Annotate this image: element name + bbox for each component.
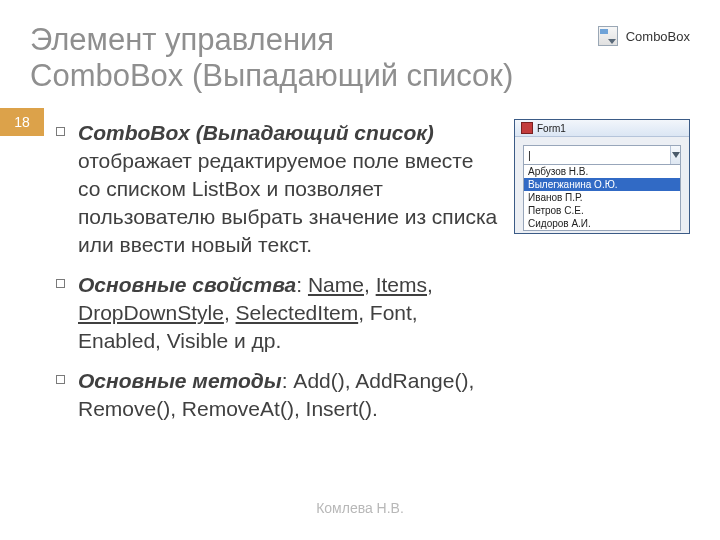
- prop-name: Name: [308, 273, 364, 296]
- bullet-1-lead: ComboBox (Выпадающий список): [78, 121, 434, 144]
- form-titlebar: Form1: [515, 120, 689, 137]
- form-client-area: Арбузов Н.В.Вылегжанина О.Ю.Иванов П.Р.П…: [515, 137, 689, 233]
- title-paren: (Выпадающий список): [192, 58, 513, 93]
- title-row: Элемент управления ComboBox (Выпадающий …: [30, 22, 690, 93]
- form-window: Form1 Арбузов Н.В.Вылегжанина О.Ю.Иванов…: [514, 119, 690, 234]
- page-number: 18: [14, 114, 30, 130]
- combobox-option[interactable]: Арбузов Н.В.: [524, 165, 680, 178]
- combobox-option[interactable]: Сидоров А.И.: [524, 217, 680, 230]
- chevron-down-icon: [672, 152, 680, 158]
- combobox-option[interactable]: Петров С.Е.: [524, 204, 680, 217]
- combobox-dropdown-button[interactable]: [670, 146, 680, 164]
- prop-dropdownstyle: DropDownStyle: [78, 301, 224, 324]
- prop-selecteditem: SelectedItem: [236, 301, 359, 324]
- form-title-text: Form1: [537, 123, 566, 134]
- bullet-2: Основные свойства: Name, Items, DropDown…: [56, 271, 498, 355]
- title-line1: Элемент управления: [30, 22, 334, 57]
- bullet-1-rest: отображает редактируемое поле вместе со …: [78, 149, 497, 256]
- bullet-2-lead: Основные свойства: [78, 273, 296, 296]
- combobox-toolbox-label: ComboBox: [626, 29, 690, 44]
- footer-author: Комлева Н.В.: [316, 500, 404, 516]
- form-app-icon: [521, 122, 533, 134]
- body-row: ComboBox (Выпадающий список) отображает …: [30, 119, 690, 434]
- combobox-control[interactable]: [523, 145, 681, 165]
- bullet-3-lead: Основные методы: [78, 369, 282, 392]
- combobox-input[interactable]: [524, 146, 670, 164]
- example-screenshot: Form1 Арбузов Н.В.Вылегжанина О.Ю.Иванов…: [514, 119, 690, 234]
- prop-items: Items: [376, 273, 427, 296]
- combobox-option[interactable]: Иванов П.Р.: [524, 191, 680, 204]
- combobox-option[interactable]: Вылегжанина О.Ю.: [524, 178, 680, 191]
- combobox-list[interactable]: Арбузов Н.В.Вылегжанина О.Ю.Иванов П.Р.П…: [523, 164, 681, 231]
- toolbox-entry: ComboBox: [598, 26, 690, 46]
- combobox-toolbox-icon: [598, 26, 618, 46]
- slide: Элемент управления ComboBox (Выпадающий …: [0, 0, 720, 540]
- slide-footer: Комлева Н.В.: [0, 500, 720, 516]
- bullet-3: Основные методы: Add(), AddRange(), Remo…: [56, 367, 498, 423]
- title-combobox: ComboBox: [30, 58, 183, 93]
- bullet-list: ComboBox (Выпадающий список) отображает …: [30, 119, 498, 434]
- slide-title: Элемент управления ComboBox (Выпадающий …: [30, 22, 586, 93]
- bullet-1: ComboBox (Выпадающий список) отображает …: [56, 119, 498, 259]
- b2-sep: :: [296, 273, 308, 296]
- page-number-badge: 18: [0, 108, 44, 136]
